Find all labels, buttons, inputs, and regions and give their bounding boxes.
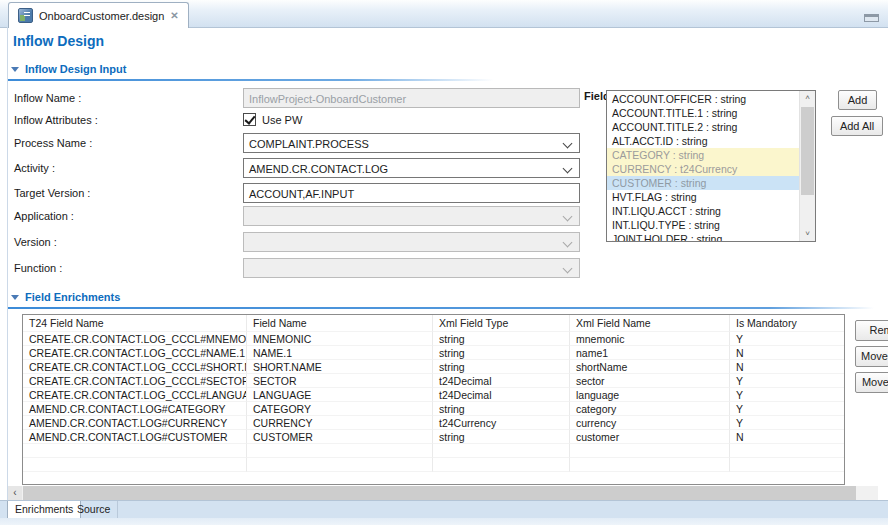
tab-onboardcustomer-design[interactable]: OnboardCustomer.design ✕ xyxy=(8,2,189,28)
column-header[interactable]: Field Name xyxy=(247,315,433,332)
form-row-application: Application : xyxy=(14,206,589,226)
chevron-down-icon xyxy=(563,212,573,222)
column-header[interactable]: Is Mandatory xyxy=(730,315,844,332)
field-list-item[interactable]: INT.LIQU.ACCT : string xyxy=(607,204,800,218)
field-list-item[interactable]: ACCOUNT.TITLE.2 : string xyxy=(607,120,800,134)
field-list-item[interactable]: ACCOUNT.OFFICER : string xyxy=(607,92,800,106)
add-all-button[interactable]: Add All xyxy=(831,116,883,136)
remove-button[interactable]: Remove xyxy=(855,320,888,341)
table-row[interactable]: CREATE.CR.CONTACT.LOG_CCCL#LANGUAGELANGU… xyxy=(23,388,844,402)
table-row[interactable]: AMEND.CR.CONTACT.LOG#CURRENCYCURRENCYt24… xyxy=(23,416,844,430)
field-list-item[interactable]: ALT.ACCT.ID : string xyxy=(607,134,800,148)
scrollbar-thumb[interactable] xyxy=(801,107,814,195)
table-cell: mnemonic xyxy=(570,332,730,346)
process-name-label: Process Name : xyxy=(14,133,92,153)
table-cell: LANGUAGE xyxy=(247,388,433,402)
inflow-attributes-label: Inflow Attributes : xyxy=(14,112,98,128)
section-divider xyxy=(8,307,874,309)
form-row-process-name: Process Name : COMPLAINT.PROCESS xyxy=(14,133,589,153)
tab-title: OnboardCustomer.design xyxy=(39,10,164,22)
tab-close-icon[interactable]: ✕ xyxy=(170,10,178,21)
table-cell: CURRENCY xyxy=(247,416,433,430)
minimize-icon[interactable] xyxy=(864,14,879,22)
application-combo xyxy=(243,206,580,226)
table-cell: sector xyxy=(570,374,730,388)
table-cell: Y xyxy=(730,374,844,388)
form-row-inflow-attributes: Inflow Attributes : Use PW xyxy=(14,112,589,128)
process-name-value: COMPLAINT.PROCESS xyxy=(249,138,369,150)
bottom-tab-source[interactable]: Source xyxy=(70,501,118,519)
table-cell: Y xyxy=(730,402,844,416)
application-label: Application : xyxy=(14,206,74,226)
section-field-enrichments[interactable]: Field Enrichments xyxy=(11,289,120,305)
field-list-item[interactable]: JOINT.HOLDER : string xyxy=(607,232,800,241)
scroll-up-icon[interactable]: ˄ xyxy=(800,91,815,105)
table-cell: AMEND.CR.CONTACT.LOG#CURRENCY xyxy=(23,416,247,430)
section-title: Field Enrichments xyxy=(25,291,120,303)
column-header[interactable]: Xml Field Name xyxy=(570,315,730,332)
page-title: Inflow Design xyxy=(13,33,104,49)
table-cell: CREATE.CR.CONTACT.LOG_CCCL#SHORT.NAME xyxy=(23,360,247,374)
enrichments-table: T24 Field NameField NameXml Field TypeXm… xyxy=(22,314,845,485)
target-version-field[interactable]: ACCOUNT,AF.INPUT xyxy=(243,183,580,203)
process-name-combo[interactable]: COMPLAINT.PROCESS xyxy=(243,133,580,153)
form-row-inflow-name: Inflow Name : InflowProject-OnboardCusto… xyxy=(14,88,589,108)
table-cell: N xyxy=(730,346,844,360)
table-cell xyxy=(247,444,433,458)
move-up-button[interactable]: Move Up xyxy=(855,346,888,367)
inflow-name-field: InflowProject-OnboardCustomer xyxy=(243,88,580,108)
field-list-item[interactable]: ACCOUNT.TITLE.1 : string xyxy=(607,106,800,120)
chevron-down-icon xyxy=(563,164,573,174)
column-header[interactable]: T24 Field Name xyxy=(23,315,247,332)
chevron-down-icon xyxy=(563,139,573,149)
table-row[interactable]: CREATE.CR.CONTACT.LOG_CCCL#SECTORSECTORt… xyxy=(23,374,844,388)
field-list-item[interactable]: HVT.FLAG : string xyxy=(607,190,800,204)
section-inflow-design-input[interactable]: Inflow Design Input xyxy=(11,61,126,77)
table-cell: CREATE.CR.CONTACT.LOG_CCCL#SECTOR xyxy=(23,374,247,388)
editor-left-border xyxy=(7,27,8,500)
table-cell: string xyxy=(433,402,570,416)
table-cell xyxy=(247,458,433,472)
table-cell: language xyxy=(570,388,730,402)
function-combo xyxy=(243,258,580,278)
table-cell: Y xyxy=(730,416,844,430)
table-cell xyxy=(730,458,844,472)
table-cell: Y xyxy=(730,388,844,402)
table-cell xyxy=(433,458,570,472)
activity-combo[interactable]: AMEND.CR.CONTACT.LOG xyxy=(243,158,580,178)
field-list-item[interactable]: CURRENCY : t24Currency xyxy=(607,162,800,176)
table-cell xyxy=(570,458,730,472)
table-cell xyxy=(23,458,247,472)
target-version-label: Target Version : xyxy=(14,183,90,203)
scroll-down-icon[interactable]: ˅ xyxy=(800,227,815,241)
move-down-button[interactable]: Move Down xyxy=(855,372,888,393)
table-cell: t24Currency xyxy=(433,416,570,430)
add-button[interactable]: Add xyxy=(838,90,877,110)
scroll-left-icon[interactable]: ‹ xyxy=(8,486,22,500)
activity-label: Activity : xyxy=(14,158,55,178)
use-pw-checkbox[interactable] xyxy=(243,113,256,126)
bottom-tab-bar: EnrichmentsSource xyxy=(0,500,888,519)
horizontal-scrollbar[interactable]: ‹ xyxy=(8,486,878,500)
table-cell: SECTOR xyxy=(247,374,433,388)
enrichments-table-body: CREATE.CR.CONTACT.LOG_CCCL#MNEMONICMNEMO… xyxy=(23,332,844,472)
scrollbar-thumb[interactable] xyxy=(23,486,856,500)
table-cell: CREATE.CR.CONTACT.LOG_CCCL#LANGUAGE xyxy=(23,388,247,402)
table-row[interactable]: CREATE.CR.CONTACT.LOG_CCCL#NAME.1NAME.1s… xyxy=(23,346,844,360)
table-row-empty xyxy=(23,444,844,458)
table-row[interactable]: AMEND.CR.CONTACT.LOG#CATEGORYCATEGORYstr… xyxy=(23,402,844,416)
table-row[interactable]: CREATE.CR.CONTACT.LOG_CCCL#SHORT.NAMESHO… xyxy=(23,360,844,374)
editor-tab-bar: OnboardCustomer.design ✕ xyxy=(0,0,888,28)
field-list-item[interactable]: CUSTOMER : string xyxy=(607,176,800,190)
table-cell: shortName xyxy=(570,360,730,374)
table-cell: N xyxy=(730,360,844,374)
bottom-strip xyxy=(0,518,888,525)
column-header[interactable]: Xml Field Type xyxy=(433,315,570,332)
table-row[interactable]: AMEND.CR.CONTACT.LOG#CUSTOMERCUSTOMERstr… xyxy=(23,430,844,444)
collapse-triangle-icon xyxy=(11,295,19,300)
field-list-scrollbar[interactable]: ˄ ˅ xyxy=(799,91,815,241)
table-row[interactable]: CREATE.CR.CONTACT.LOG_CCCL#MNEMONICMNEMO… xyxy=(23,332,844,346)
field-list[interactable]: ACCOUNT.OFFICER : stringACCOUNT.TITLE.1 … xyxy=(606,90,816,242)
field-list-item[interactable]: CATEGORY : string xyxy=(607,148,800,162)
field-list-item[interactable]: INT.LIQU.TYPE : string xyxy=(607,218,800,232)
